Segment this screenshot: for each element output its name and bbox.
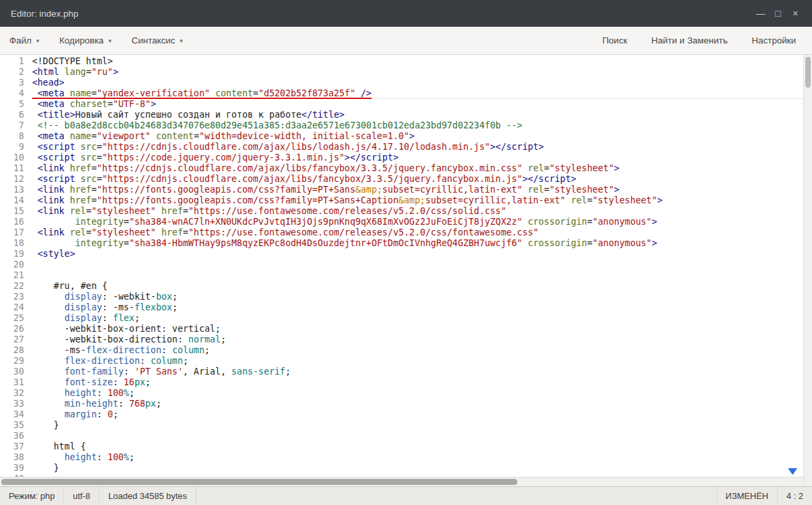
status-modified: ИЗМЕНЁН [716, 487, 777, 505]
code-line-27[interactable]: -webkit-box-direction: normal; [32, 334, 803, 345]
code-line-1[interactable]: <!DOCTYPE html> [32, 56, 803, 67]
vertical-scrollbar[interactable] [803, 55, 812, 486]
line-number: 34 [0, 409, 24, 420]
line-number: 12 [0, 174, 24, 185]
code-line-6[interactable]: <title>Новый сайт успешно создан и готов… [32, 110, 803, 120]
code-line-36[interactable] [32, 431, 803, 441]
chevron-down-icon: ▾ [108, 37, 112, 44]
horizontal-scrollbar-thumb[interactable] [1, 479, 517, 485]
line-number: 7 [0, 120, 24, 131]
horizontal-scrollbar[interactable] [0, 477, 803, 486]
code-line-2[interactable]: <html lang="ru"> [32, 67, 803, 78]
code-line-30[interactable]: font-family: 'PT Sans', Arial, sans-seri… [32, 367, 803, 377]
code-line-26[interactable]: -webkit-box-orient: vertical; [32, 324, 803, 334]
code-line-31[interactable]: font-size: 16px; [32, 377, 803, 388]
menu-syntax[interactable]: Синтаксис ▾ [132, 35, 183, 45]
line-number: 27 [0, 334, 24, 345]
line-number: 23 [0, 292, 24, 302]
line-number: 31 [0, 377, 24, 388]
line-number: 8 [0, 131, 24, 142]
line-number: 4 [0, 88, 24, 99]
line-number: 26 [0, 324, 24, 334]
line-number: 39 [0, 463, 24, 474]
code-line-39[interactable]: } [32, 463, 803, 474]
code-line-19[interactable]: <style> [32, 249, 803, 260]
code-line-34[interactable]: margin: 0; [32, 409, 803, 420]
code-line-12[interactable]: <script src="https://cdnjs.cloudflare.co… [32, 174, 803, 185]
minimize-icon[interactable]: — [755, 7, 767, 19]
code-line-17[interactable]: <link rel="stylesheet" href="https://use… [32, 227, 803, 238]
code-line-5[interactable]: <meta charset="UTF-8"> [32, 99, 803, 110]
menu-settings[interactable]: Настройки [752, 35, 796, 45]
code-line-21[interactable] [32, 270, 803, 281]
line-number: 11 [0, 163, 24, 174]
line-number: 24 [0, 302, 24, 313]
menubar: Файл ▾ Кодировка ▾ Синтаксис ▾ Поиск Най… [0, 27, 812, 55]
code-line-35[interactable]: } [32, 420, 803, 431]
code-line-3[interactable]: <head> [32, 78, 803, 88]
code-line-23[interactable]: display: -webkit-box; [32, 292, 803, 302]
maximize-icon[interactable]: □ [772, 7, 784, 19]
code-line-38[interactable]: height: 100%; [32, 452, 803, 463]
line-number: 30 [0, 367, 24, 377]
code-line-9[interactable]: <script src="https://cdnjs.cloudflare.co… [32, 142, 803, 153]
close-icon[interactable]: × [789, 7, 801, 19]
menu-find-replace[interactable]: Найти и Заменить [652, 35, 728, 45]
line-number: 1 [0, 56, 24, 67]
code-line-37[interactable]: html { [32, 441, 803, 452]
code-line-18[interactable]: integrity="sha384-HbmWTHay9psM8qyzEKPc8o… [32, 238, 803, 249]
menu-file-label: Файл [9, 35, 31, 45]
menu-syntax-label: Синтаксис [132, 35, 175, 45]
line-number: 32 [0, 388, 24, 399]
menu-encoding[interactable]: Кодировка ▾ [59, 35, 112, 45]
code-editor[interactable]: 1234567891011121314151617181920212223242… [0, 55, 803, 477]
code-line-25[interactable]: display: flex; [32, 313, 803, 324]
titlebar: Editor: index.php — □ × [0, 0, 812, 27]
line-number: 29 [0, 356, 24, 367]
code-line-7[interactable]: <!-- b0a8e2d8ccb04b24683d347076e80d29e45… [32, 120, 803, 131]
menu-left-group: Файл ▾ Кодировка ▾ Синтаксис ▾ [9, 35, 183, 45]
menu-encoding-label: Кодировка [59, 35, 104, 45]
code-line-4[interactable]: <meta name="yandex-verification" content… [32, 88, 803, 99]
code-line-22[interactable]: #ru, #en { [32, 281, 803, 292]
menu-search[interactable]: Поиск [602, 35, 627, 45]
chevron-down-icon: ▾ [36, 37, 39, 44]
statusbar: Режим: php utf-8 Loaded 34585 bytes ИЗМЕ… [0, 486, 812, 505]
line-number: 18 [0, 238, 24, 249]
line-number: 6 [0, 110, 24, 120]
code-line-15[interactable]: <link rel="stylesheet" href="https://use… [32, 206, 803, 217]
code-line-32[interactable]: height: 100%; [32, 388, 803, 399]
code-line-13[interactable]: <link href="https://fonts.googleapis.com… [32, 185, 803, 195]
code-line-24[interactable]: display: -ms-flexbox; [32, 302, 803, 313]
line-number: 16 [0, 217, 24, 227]
line-number: 21 [0, 270, 24, 281]
line-number: 15 [0, 206, 24, 217]
line-number: 5 [0, 99, 24, 110]
gutter: 1234567891011121314151617181920212223242… [0, 55, 29, 477]
chevron-down-icon: ▾ [180, 37, 183, 44]
code-line-20[interactable] [32, 260, 803, 270]
code-line-29[interactable]: flex-direction: column; [32, 356, 803, 367]
code-line-8[interactable]: <meta name="viewport" content="width=dev… [32, 131, 803, 142]
line-number: 20 [0, 260, 24, 270]
line-number: 25 [0, 313, 24, 324]
status-encoding: utf-8 [64, 487, 100, 505]
code-line-10[interactable]: <script src="https://code.jquery.com/jqu… [32, 153, 803, 163]
code-line-14[interactable]: <link href="https://fonts.googleapis.com… [32, 195, 803, 206]
code-line-28[interactable]: -ms-flex-direction: column; [32, 345, 803, 356]
menu-file[interactable]: Файл ▾ [9, 35, 39, 45]
line-number: 22 [0, 281, 24, 292]
code-line-16[interactable]: integrity="sha384-wnAC7ln+XN0UKdcPvJvtqI… [32, 217, 803, 227]
status-spacer [196, 487, 716, 505]
menu-right-group: Поиск Найти и Заменить Настройки [602, 35, 803, 45]
line-number: 3 [0, 78, 24, 88]
vertical-scrollbar-thumb[interactable] [805, 57, 811, 88]
line-number: 19 [0, 249, 24, 260]
scroll-down-arrow-icon[interactable] [788, 468, 797, 475]
window-title: Editor: index.php [11, 9, 78, 19]
line-number: 14 [0, 195, 24, 206]
code-line-11[interactable]: <link href="https://cdnjs.cloudflare.com… [32, 163, 803, 174]
code-lines[interactable]: <!DOCTYPE html><html lang="ru"><head> <m… [29, 55, 803, 477]
line-number: 17 [0, 227, 24, 238]
code-line-33[interactable]: min-height: 768px; [32, 399, 803, 409]
